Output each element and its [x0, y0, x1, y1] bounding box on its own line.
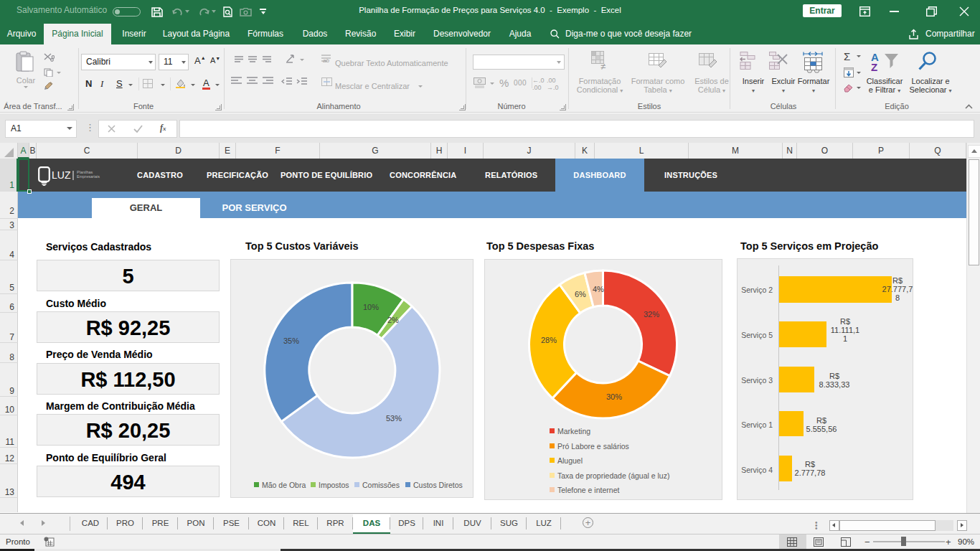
svg-text:≠: ≠ [600, 61, 606, 70]
svg-text:Z: Z [871, 61, 877, 71]
svg-text:ab: ab [323, 57, 329, 63]
